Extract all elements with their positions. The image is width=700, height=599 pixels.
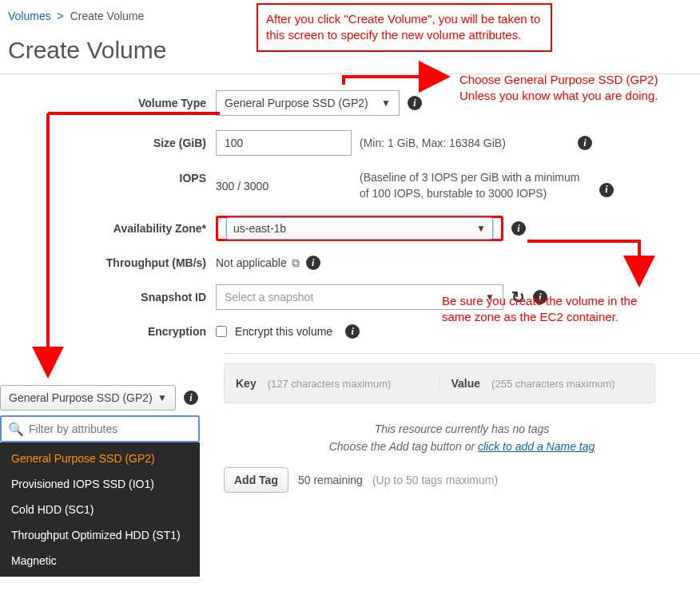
tags-key-col: Key (127 characters maximum): [225, 377, 440, 390]
snapshot-placeholder: Select a snapshot: [225, 291, 313, 303]
label-encryption: Encryption: [0, 325, 216, 338]
info-icon[interactable]: i: [578, 136, 592, 150]
size-input[interactable]: [216, 130, 352, 156]
row-throughput: Throughput (MB/s) Not applicable ⧉ i: [0, 256, 700, 270]
row-encryption: Encryption Encrypt this volume i: [0, 324, 700, 339]
field-az: us-east-1b ▼ i: [216, 216, 526, 241]
list-item[interactable]: Cold HDD (SC1): [0, 497, 200, 522]
tags-footer: Add Tag 50 remaining (Up to 50 tags maxi…: [224, 467, 700, 493]
tags-max-hint: (Up to 50 tags maximum): [372, 474, 498, 486]
filter-box[interactable]: 🔍: [0, 415, 200, 442]
tags-key-max: (127 characters maximum): [268, 378, 392, 390]
list-item[interactable]: Throughput Optimized HDD (ST1): [0, 522, 200, 548]
tags-key-label: Key: [236, 377, 257, 390]
row-size: Size (GiB) (Min: 1 GiB, Max: 16384 GiB) …: [0, 130, 700, 156]
list-item[interactable]: General Purpose SSD (GP2): [0, 446, 200, 471]
popout-select[interactable]: General Purpose SSD (GP2) ▼: [0, 385, 176, 411]
volume-type-dropdown-popout: General Purpose SSD (GP2) ▼ i 🔍 General …: [0, 385, 205, 577]
field-iops: 300 / 3000 (Baseline of 3 IOPS per GiB w…: [216, 170, 614, 201]
field-volume-type: General Purpose SSD (GP2) ▼ i: [216, 90, 422, 116]
annotation-box: After you click "Create Volume", you wil…: [257, 3, 552, 52]
search-icon: 🔍: [8, 422, 24, 437]
list-item[interactable]: Provisioned IOPS SSD (IO1): [0, 471, 200, 497]
volume-type-value: General Purpose SSD (GP2): [225, 97, 368, 109]
label-iops: IOPS: [0, 170, 216, 184]
tags-hint: Choose the Add tag button or click to ad…: [224, 440, 700, 453]
label-snapshot: Snapshot ID: [0, 291, 216, 303]
encrypt-checkbox[interactable]: [216, 326, 227, 337]
encrypt-label: Encrypt this volume: [235, 325, 332, 338]
tags-hint-prefix: Choose the Add tag button or: [329, 440, 478, 453]
tags-header-row: Key (127 characters maximum) Value (255 …: [224, 363, 655, 403]
chevron-down-icon: ▼: [381, 97, 391, 109]
info-icon[interactable]: i: [599, 183, 614, 197]
copy-icon[interactable]: ⧉: [292, 256, 300, 270]
popout-header: General Purpose SSD (GP2) ▼ i: [0, 385, 205, 415]
chevron-down-icon: ▼: [157, 392, 167, 403]
field-throughput: Not applicable ⧉ i: [216, 256, 320, 270]
info-icon[interactable]: i: [408, 96, 422, 110]
iops-hint: (Baseline of 3 IOPS per GiB with a minim…: [360, 170, 591, 201]
breadcrumb-current: Create Volume: [70, 10, 145, 22]
tags-value-max: (255 characters maximum): [491, 378, 615, 390]
popout-select-value: General Purpose SSD (GP2): [9, 391, 153, 404]
breadcrumb-sep: >: [58, 10, 64, 22]
label-size: Size (GiB): [0, 137, 216, 149]
info-icon[interactable]: i: [306, 256, 320, 270]
info-icon[interactable]: i: [345, 324, 360, 339]
tags-remaining: 50 remaining: [298, 474, 363, 486]
row-az: Availability Zone* us-east-1b ▼ i: [0, 216, 700, 241]
tags-value-col: Value (255 characters maximum): [440, 377, 655, 390]
az-select[interactable]: us-east-1b ▼: [216, 216, 503, 241]
label-throughput: Throughput (MB/s): [0, 256, 216, 269]
annotation-text: Be sure you create the volume in the sam…: [442, 293, 637, 326]
divider: [224, 353, 700, 354]
filter-input[interactable]: [24, 422, 192, 435]
add-tag-button[interactable]: Add Tag: [224, 467, 288, 493]
iops-value: 300 / 3000: [216, 180, 352, 192]
field-encryption: Encrypt this volume i: [216, 324, 360, 339]
tags-value-label: Value: [451, 377, 481, 390]
tags-empty-message: This resource currently has no tags: [224, 422, 700, 435]
row-iops: IOPS 300 / 3000 (Baseline of 3 IOPS per …: [0, 170, 700, 201]
field-size: (Min: 1 GiB, Max: 16384 GiB) i: [216, 130, 592, 156]
size-hint: (Min: 1 GiB, Max: 16384 GiB): [360, 137, 506, 149]
throughput-value: Not applicable: [216, 256, 287, 269]
info-icon[interactable]: i: [184, 391, 198, 405]
chevron-down-icon: ▼: [476, 223, 486, 234]
label-az: Availability Zone*: [0, 222, 216, 235]
tags-section: Key (127 characters maximum) Value (255 …: [224, 363, 700, 493]
info-icon[interactable]: i: [511, 221, 526, 236]
tags-hint-link[interactable]: click to add a Name tag: [478, 440, 595, 453]
breadcrumb-parent[interactable]: Volumes: [8, 10, 51, 22]
popout-list: General Purpose SSD (GP2) Provisioned IO…: [0, 442, 200, 577]
list-item[interactable]: Magnetic: [0, 548, 200, 573]
volume-type-select[interactable]: General Purpose SSD (GP2) ▼: [216, 90, 400, 116]
az-value: us-east-1b: [233, 222, 286, 235]
label-volume-type: Volume Type: [0, 97, 216, 109]
annotation-text: Choose General Purpose SSD (GP2) Unless …: [459, 72, 658, 105]
